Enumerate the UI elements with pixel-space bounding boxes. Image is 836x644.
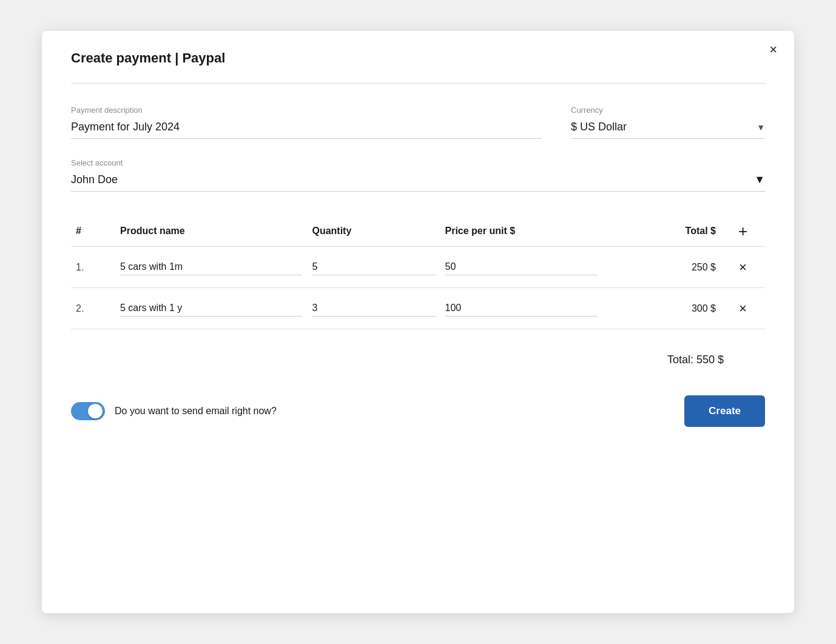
row-total-1: 250 $ <box>602 247 721 288</box>
delete-row-2-button[interactable]: × <box>739 302 747 315</box>
account-chevron-icon: ▼ <box>754 173 765 186</box>
col-header-action: + <box>721 216 765 247</box>
modal-title: Create payment | Paypal <box>71 50 765 66</box>
payment-description-group: Payment description <box>71 106 542 139</box>
col-header-product: Product name <box>115 216 307 247</box>
payment-description-label: Payment description <box>71 106 542 115</box>
row-action-1: × <box>721 247 765 288</box>
row-action-2: × <box>721 288 765 329</box>
account-group: Select account John Doe ▼ <box>71 158 765 192</box>
table-row: 2. 300 $ × <box>71 288 765 329</box>
title-divider <box>71 83 765 84</box>
email-toggle-switch[interactable] <box>71 402 105 420</box>
toggle-slider <box>71 402 105 420</box>
row-price-2 <box>440 288 603 329</box>
currency-select[interactable]: $ US Dollar ▼ <box>571 118 765 139</box>
row-product-1 <box>115 247 307 288</box>
currency-chevron-icon: ▼ <box>757 122 765 132</box>
create-button[interactable]: Create <box>684 395 765 427</box>
currency-value: $ US Dollar <box>571 121 627 133</box>
price-input-1[interactable] <box>445 259 598 275</box>
qty-input-2[interactable] <box>312 300 435 317</box>
payment-description-input[interactable] <box>71 118 542 139</box>
items-table: # Product name Quantity Price per unit $… <box>71 216 765 329</box>
footer-row: Do you want to send email right now? Cre… <box>71 395 765 427</box>
row-price-1 <box>440 247 603 288</box>
product-input-2[interactable] <box>120 300 302 317</box>
email-toggle-group: Do you want to send email right now? <box>71 402 277 420</box>
row-num-2: 2. <box>71 288 115 329</box>
currency-label: Currency <box>571 106 765 115</box>
top-form-row: Payment description Currency $ US Dollar… <box>71 106 765 139</box>
row-product-2 <box>115 288 307 329</box>
add-row-button[interactable]: + <box>738 223 747 239</box>
account-label: Select account <box>71 158 765 167</box>
table-header-row: # Product name Quantity Price per unit $… <box>71 216 765 247</box>
row-total-2: 300 $ <box>602 288 721 329</box>
row-qty-1 <box>307 247 440 288</box>
create-payment-modal: × Create payment | Paypal Payment descri… <box>42 31 794 613</box>
account-value: John Doe <box>71 173 118 186</box>
col-header-total: Total $ <box>602 216 721 247</box>
col-header-quantity: Quantity <box>307 216 440 247</box>
product-input-1[interactable] <box>120 259 302 275</box>
col-header-num: # <box>71 216 115 247</box>
table-row: 1. 250 $ × <box>71 247 765 288</box>
row-num-1: 1. <box>71 247 115 288</box>
qty-input-1[interactable] <box>312 259 435 275</box>
row-qty-2 <box>307 288 440 329</box>
price-input-2[interactable] <box>445 300 598 317</box>
delete-row-1-button[interactable]: × <box>739 261 747 274</box>
total-display: Total: 550 $ <box>71 344 765 366</box>
close-button[interactable]: × <box>769 43 777 56</box>
col-header-price: Price per unit $ <box>440 216 603 247</box>
email-question-label: Do you want to send email right now? <box>115 406 277 417</box>
account-select[interactable]: John Doe ▼ <box>71 171 765 192</box>
currency-group: Currency $ US Dollar ▼ <box>571 106 765 139</box>
account-row: Select account John Doe ▼ <box>71 158 765 192</box>
